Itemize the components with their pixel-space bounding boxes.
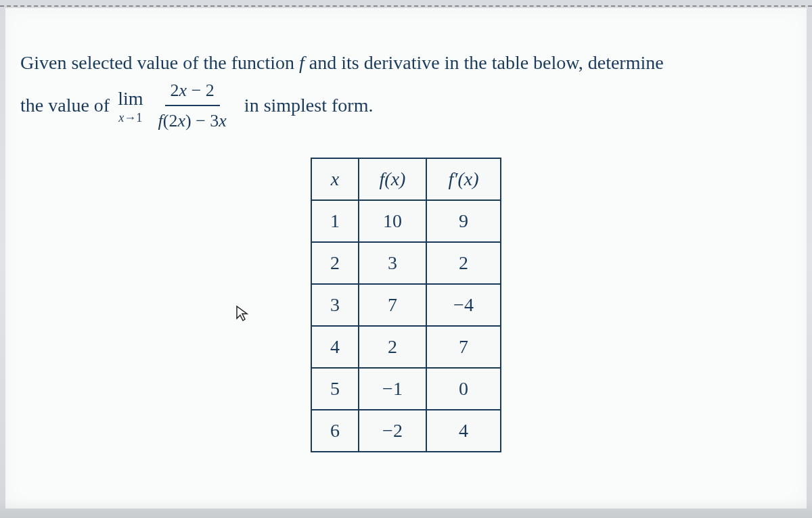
var-f: f bbox=[299, 52, 304, 73]
denom-arg: (2x) bbox=[163, 111, 191, 131]
cell-x: 5 bbox=[311, 368, 359, 410]
cell-x: 1 bbox=[311, 200, 359, 242]
function-table: x f(x) f′(x) 1 10 9 2 3 bbox=[311, 158, 501, 452]
text-and-derivative: and its derivative in the table below, d… bbox=[304, 52, 664, 73]
table-row: 6 −2 4 bbox=[311, 410, 501, 452]
header-fx: f(x) bbox=[359, 158, 426, 200]
cell-fpx: 2 bbox=[426, 242, 501, 284]
lim-sub-arrow: → bbox=[124, 111, 136, 124]
table-row: 5 −1 0 bbox=[311, 368, 501, 410]
problem-line-1: Given selected value of the function f a… bbox=[20, 49, 792, 77]
cell-fx: 3 bbox=[359, 242, 426, 284]
header-fpx: f′(x) bbox=[426, 158, 501, 200]
problem-line-2: the value of lim x→1 2x − 2 f(2x) − 3x bbox=[20, 77, 792, 134]
table-header-row: x f(x) f′(x) bbox=[311, 158, 501, 200]
cell-fx: 10 bbox=[359, 200, 426, 242]
table-row: 1 10 9 bbox=[311, 200, 501, 242]
limit-expression: lim x→1 2x − 2 f(2x) − 3x bbox=[118, 77, 236, 134]
fraction-denominator: f(2x) − 3x bbox=[153, 106, 232, 134]
cell-fx: 2 bbox=[359, 326, 426, 368]
table-row: 4 2 7 bbox=[311, 326, 501, 368]
problem-content: Given selected value of the function f a… bbox=[5, 8, 807, 509]
top-dashed-border bbox=[0, 5, 812, 7]
table-row: 3 7 −4 bbox=[311, 284, 501, 326]
cell-fpx: 9 bbox=[426, 200, 501, 242]
table-container: x f(x) f′(x) 1 10 9 2 3 bbox=[20, 158, 792, 452]
limit-operator: lim x→1 bbox=[118, 85, 143, 127]
bottom-shadow bbox=[0, 499, 812, 518]
cell-x: 6 bbox=[311, 410, 359, 452]
lim-subscript: x→1 bbox=[118, 109, 142, 127]
cell-x: 4 bbox=[311, 326, 359, 368]
text-given: Given selected value of the function bbox=[20, 52, 299, 73]
cell-fpx: 0 bbox=[426, 368, 501, 410]
text-in-simplest-form: in simplest form. bbox=[244, 91, 374, 120]
cell-x: 3 bbox=[311, 284, 359, 326]
cell-fx: −1 bbox=[359, 368, 426, 410]
cell-fx: −2 bbox=[359, 410, 426, 452]
cell-fx: 7 bbox=[359, 284, 426, 326]
table-body: 1 10 9 2 3 2 3 7 −4 4 2 7 bbox=[311, 200, 501, 452]
header-x: x bbox=[311, 158, 359, 200]
table-row: 2 3 2 bbox=[311, 242, 501, 284]
cursor-icon bbox=[235, 305, 249, 327]
fraction-numerator: 2x − 2 bbox=[165, 77, 220, 106]
lim-sub-val: 1 bbox=[136, 111, 142, 124]
cell-x: 2 bbox=[311, 242, 359, 284]
problem-statement: Given selected value of the function f a… bbox=[20, 49, 792, 134]
text-the-value-of: the value of bbox=[20, 91, 110, 120]
cell-fpx: −4 bbox=[426, 284, 501, 326]
fraction: 2x − 2 f(2x) − 3x bbox=[153, 77, 232, 134]
denom-f: f bbox=[158, 111, 163, 131]
cell-fpx: 4 bbox=[426, 410, 501, 452]
cell-fpx: 7 bbox=[426, 326, 501, 368]
